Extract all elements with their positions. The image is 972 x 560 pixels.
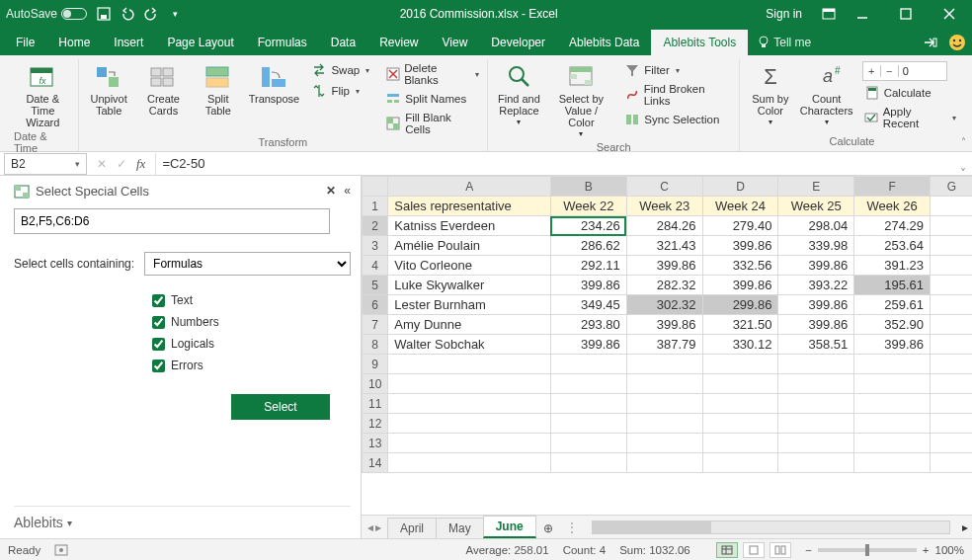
cell[interactable]: 399.86 [778,295,854,315]
cell[interactable] [388,355,551,374]
select-all-corner[interactable] [363,177,388,197]
row-header[interactable]: 9 [363,355,388,374]
cell[interactable]: 399.86 [702,276,778,295]
calculate-button[interactable]: Calculate [862,84,958,102]
cell[interactable] [931,355,972,374]
cell[interactable] [702,394,778,414]
cell[interactable] [388,394,551,414]
tab-insert[interactable]: Insert [102,30,155,55]
cell[interactable]: 399.86 [778,315,854,335]
sign-in-link[interactable]: Sign in [766,7,802,21]
col-header[interactable]: F [854,177,931,197]
cell[interactable]: 292.11 [550,256,626,276]
row-header[interactable]: 4 [363,256,388,276]
chk-errors[interactable]: Errors [152,359,351,372]
cell[interactable] [626,374,702,394]
cell[interactable] [626,355,702,374]
cell[interactable]: 387.79 [626,335,702,355]
cell[interactable]: Amy Dunne [388,315,551,335]
swap-button[interactable]: Swap [309,61,371,79]
filter-button[interactable]: Filter [622,61,733,79]
cell[interactable]: 399.86 [702,236,778,256]
row-header[interactable]: 3 [363,236,388,256]
header-cell[interactable]: Week 24 [702,197,778,216]
cell[interactable] [388,453,551,473]
delete-blanks-button[interactable]: Delete Blanks [383,61,481,87]
sheet-nav-next-icon[interactable]: ▸ [375,520,381,534]
tab-developer[interactable]: Developer [479,30,557,55]
close-pane-icon[interactable]: ✕ [326,184,336,198]
sheet-tab-may[interactable]: May [436,518,484,538]
cell[interactable] [854,414,931,434]
row-header[interactable]: 1 [363,197,388,216]
cell[interactable] [931,453,972,473]
cell[interactable]: 399.86 [854,335,931,355]
macro-record-icon[interactable] [54,544,68,556]
cell[interactable] [778,394,854,414]
chevron-down-icon[interactable]: ▾ [75,159,80,169]
cell[interactable]: 399.86 [626,315,702,335]
cell[interactable] [854,355,931,374]
unpivot-table-button[interactable]: Unpivot Table [85,61,133,119]
transpose-button[interactable]: Transpose [248,61,299,107]
col-header[interactable]: G [931,177,972,197]
find-replace-button[interactable]: Find and Replace▾ [494,61,543,129]
cell[interactable] [931,374,972,394]
expand-formula-icon[interactable]: ˬ [954,157,972,171]
formula-input[interactable]: =C2-50 [155,153,954,175]
collapse-pane-icon[interactable]: « [344,184,351,198]
cell[interactable]: 332.56 [702,256,778,276]
tab-ablebits-tools[interactable]: Ablebits Tools [651,30,748,55]
redo-icon[interactable] [142,5,160,23]
sheet-split-icon[interactable]: ⋮ [560,520,584,534]
cell[interactable]: Luke Skywalker [388,276,551,295]
zoom-control[interactable]: − + 100% [805,544,964,556]
row-header[interactable]: 8 [363,335,388,355]
tell-me[interactable]: Tell me [748,30,821,55]
cell[interactable]: 298.04 [778,216,854,236]
cell[interactable] [702,414,778,434]
cell[interactable]: 399.86 [550,335,626,355]
cell[interactable]: 330.12 [702,335,778,355]
cell[interactable] [854,453,931,473]
cell[interactable]: 282.32 [626,276,702,295]
select-button[interactable]: Select [231,394,330,420]
tab-review[interactable]: Review [367,30,430,55]
header-cell[interactable]: Week 25 [778,197,854,216]
cell[interactable] [550,414,626,434]
tab-ablebits-data[interactable]: Ablebits Data [557,30,651,55]
containing-select[interactable]: Formulas [144,252,351,276]
sheet-nav-prev-icon[interactable]: ◂ [367,520,373,534]
cell[interactable] [550,394,626,414]
ribbon-display-icon[interactable] [822,8,836,20]
date-time-wizard-button[interactable]: fx Date & Time Wizard [17,61,68,130]
spreadsheet[interactable]: ABCDEFG1Sales representativeWeek 22Week … [362,176,972,538]
sheet-tab-june[interactable]: June [483,516,536,538]
qat-dropdown-icon[interactable]: ▾ [166,5,184,23]
cell[interactable] [778,355,854,374]
cell[interactable] [388,434,551,453]
cell[interactable] [931,394,972,414]
cell[interactable] [931,414,972,434]
cell[interactable] [702,355,778,374]
create-cards-button[interactable]: Create Cards [139,61,188,119]
row-header[interactable]: 13 [363,434,388,453]
cell[interactable] [550,434,626,453]
cell[interactable]: 253.64 [854,236,931,256]
split-table-button[interactable]: Split Table [194,61,242,119]
view-page-layout-icon[interactable] [743,542,765,558]
apply-recent-button[interactable]: Apply Recent [862,105,958,130]
chk-logicals[interactable]: Logicals [152,337,351,351]
cell[interactable]: 279.40 [702,216,778,236]
smiley-icon[interactable] [948,34,966,51]
close-button[interactable] [932,4,966,24]
cell[interactable] [626,394,702,414]
split-names-button[interactable]: Split Names [383,90,481,108]
cell[interactable]: 321.43 [626,236,702,256]
fill-blank-cells-button[interactable]: Fill Blank Cells [383,111,481,136]
maximize-button[interactable] [889,4,923,24]
cell[interactable] [778,453,854,473]
cell[interactable]: Lester Burnham [388,295,551,315]
row-header[interactable]: 2 [363,216,388,236]
tab-data[interactable]: Data [319,30,367,55]
